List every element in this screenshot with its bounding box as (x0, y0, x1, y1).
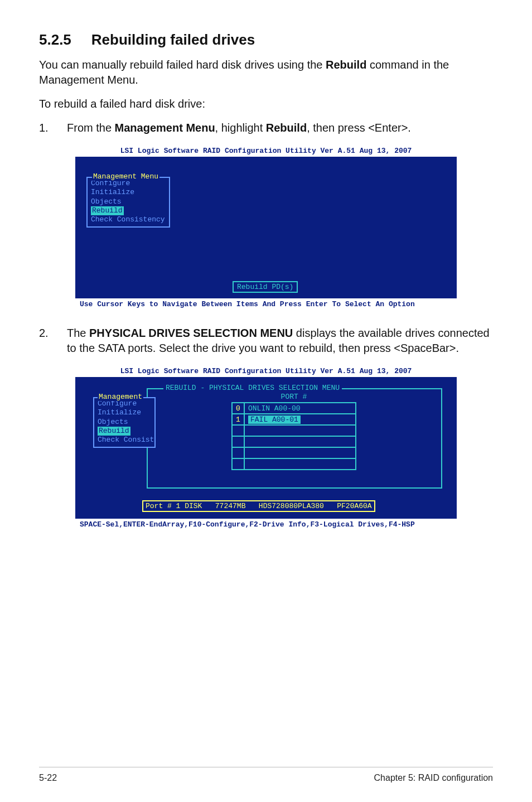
table-row (232, 458, 356, 470)
intro-paragraph-2: To rebuild a failed hard disk drive: (39, 96, 493, 112)
port-table: PORT # 0 ONLIN A00-00 1 FAIL A00-01 (231, 393, 356, 470)
menu-item-initialize[interactable]: Initialize (91, 188, 166, 197)
intro-paragraph-1: You can manually rebuild failed hard dis… (39, 57, 493, 88)
step-1-text: From the Management Menu, highlight Rebu… (67, 120, 493, 136)
step-2-b: PHYSICAL DRIVES SELECTION MENU (89, 327, 293, 339)
port-row0-val: ONLIN A00-00 (244, 403, 356, 414)
step-1: 1. From the Management Menu, highlight R… (39, 120, 493, 136)
console1-footer: Use Cursor Keys to Navigate Between Item… (75, 298, 457, 310)
menu2-item-initialize[interactable]: Initialize (98, 408, 151, 417)
management-menu-box-2: Management Configure Initialize Objects … (93, 397, 156, 448)
menu2-item-rebuild[interactable]: Rebuild (98, 427, 130, 436)
drive-status-box: Port # 1 DISK 77247MB HDS728080PLA380 PF… (142, 500, 375, 512)
step-2: 2. The PHYSICAL DRIVES SELECTION MENU di… (39, 326, 493, 356)
console1-title: LSI Logic Software RAID Configuration Ut… (75, 144, 457, 157)
console2-title: LSI Logic Software RAID Configuration Ut… (75, 365, 457, 377)
port-grid: 0 ONLIN A00-00 1 FAIL A00-01 (231, 402, 356, 470)
port-row1-val: FAIL A00-01 (244, 414, 356, 425)
step-1-b: Management Menu (115, 122, 215, 134)
management-menu-title: Management Menu (92, 172, 159, 181)
menu-item-objects[interactable]: Objects (91, 197, 166, 206)
section-title: Rebuilding failed drives (91, 31, 255, 48)
console1-body: Management Menu Configure Initialize Obj… (75, 157, 457, 298)
console2-body: REBUILD - PHYSICAL DRIVES SELECTION MENU… (75, 377, 457, 519)
page-footer: 5-22 Chapter 5: RAID configuration (39, 767, 493, 783)
step-2-text: The PHYSICAL DRIVES SELECTION MENU displ… (67, 326, 493, 356)
step-1-d: Rebuild (266, 122, 307, 134)
section-heading: 5.2.5Rebuilding failed drives (39, 31, 493, 49)
menu2-item-objects[interactable]: Objects (98, 418, 151, 427)
step-1-c: , highlight (215, 122, 266, 134)
section-number: 5.2.5 (39, 31, 71, 48)
step-1-e: , then press <Enter>. (307, 122, 411, 134)
table-row (232, 447, 356, 458)
step-1-number: 1. (39, 120, 67, 136)
management-menu-title-2: Management (98, 393, 143, 401)
menu-item-check-consistency[interactable]: Check Consistency (91, 215, 166, 224)
page-number: 5-22 (39, 773, 57, 783)
table-row (232, 425, 356, 436)
chapter-label: Chapter 5: RAID configuration (374, 773, 493, 783)
port-row1-val-text: FAIL A00-01 (248, 416, 301, 424)
step-2-number: 2. (39, 326, 67, 356)
step-2-a: The (67, 327, 89, 339)
table-row[interactable]: 0 ONLIN A00-00 (232, 403, 356, 414)
menu-item-rebuild[interactable]: Rebuild (91, 206, 124, 215)
selection-panel-title: REBUILD - PHYSICAL DRIVES SELECTION MENU (163, 384, 342, 392)
intro-p1-a: You can manually rebuild failed hard dis… (39, 59, 326, 71)
console-screenshot-1: LSI Logic Software RAID Configuration Ut… (75, 144, 457, 310)
step-1-a: From the (67, 122, 115, 134)
console2-footer: SPACE-Sel,ENTER-EndArray,F10-Configure,F… (75, 519, 457, 530)
port-header: PORT # (231, 393, 356, 402)
rebuild-pd-box: Rebuild PD(s) (233, 281, 298, 293)
port-row1-num: 1 (232, 414, 244, 425)
console-screenshot-2: LSI Logic Software RAID Configuration Ut… (75, 365, 457, 530)
menu2-item-check-consist[interactable]: Check Consist (98, 436, 151, 445)
port-row0-num: 0 (232, 403, 244, 414)
table-row (232, 436, 356, 447)
intro-p1-b: Rebuild (326, 59, 366, 71)
management-menu-box: Management Menu Configure Initialize Obj… (86, 177, 170, 228)
table-row[interactable]: 1 FAIL A00-01 (232, 414, 356, 425)
